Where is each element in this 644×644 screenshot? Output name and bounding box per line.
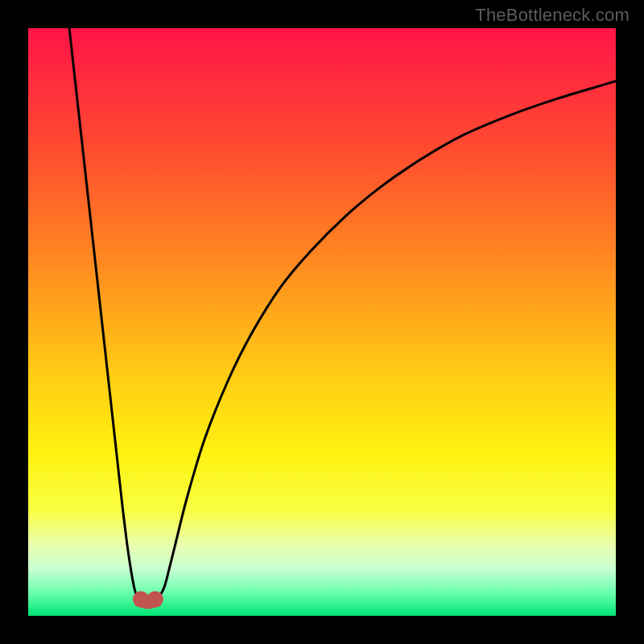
- chart-frame: TheBottleneck.com: [0, 0, 644, 644]
- gradient-background: [28, 28, 616, 616]
- plot-area: [28, 28, 616, 616]
- min-marker-left: [133, 591, 149, 607]
- min-marker-right: [147, 591, 163, 607]
- bottleneck-chart: [28, 28, 616, 616]
- watermark-text: TheBottleneck.com: [475, 5, 630, 26]
